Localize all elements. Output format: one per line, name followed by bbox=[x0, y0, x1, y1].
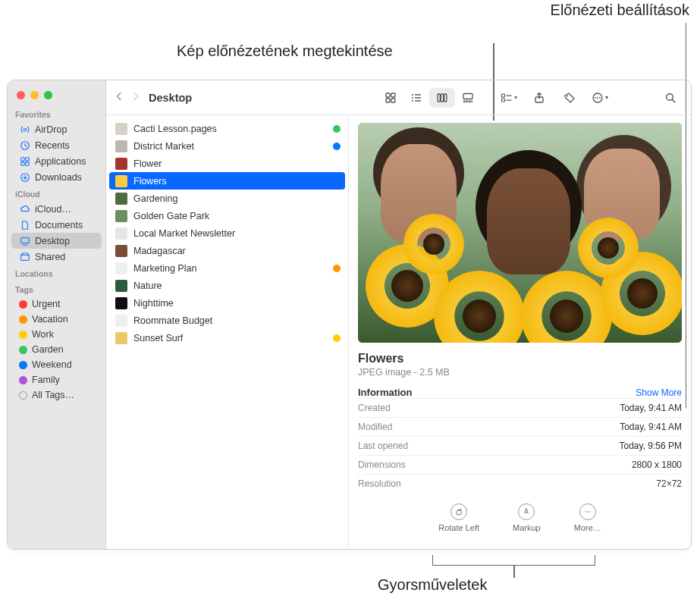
svg-rect-29 bbox=[507, 95, 512, 96]
preview-image[interactable] bbox=[358, 123, 682, 343]
sidebar-item-label: Work bbox=[32, 329, 54, 340]
file-row[interactable]: Flower bbox=[106, 155, 348, 172]
view-column-button[interactable] bbox=[429, 88, 455, 108]
quick-action-markup[interactable]: Markup bbox=[513, 503, 541, 532]
sidebar-item-label: AirDrop bbox=[35, 124, 67, 135]
close-window-button[interactable] bbox=[17, 91, 25, 99]
sidebar-item-label: Vacation bbox=[32, 314, 68, 325]
zoom-window-button[interactable] bbox=[44, 91, 52, 99]
search-button[interactable] bbox=[658, 88, 683, 108]
sidebar-item-urgent[interactable]: Urgent bbox=[11, 296, 102, 312]
file-tag-dot-icon bbox=[333, 143, 341, 150]
file-row[interactable]: Flowers bbox=[109, 172, 345, 190]
sidebar-item-desktop[interactable]: Desktop bbox=[11, 233, 102, 249]
sidebar-item-applications[interactable]: Applications bbox=[11, 153, 102, 169]
file-thumbnail-icon bbox=[115, 140, 127, 152]
share-button[interactable] bbox=[526, 88, 552, 108]
tag-dot-icon bbox=[19, 300, 27, 309]
sidebar-item-icloud-[interactable]: iCloud… bbox=[11, 201, 102, 217]
file-column[interactable]: Cacti Lesson.pagesDistrict MarketFlowerF… bbox=[106, 115, 349, 549]
chevron-down-icon: ▾ bbox=[514, 94, 517, 101]
group-by-button[interactable]: ▾ bbox=[496, 88, 522, 108]
sidebar-item-work[interactable]: Work bbox=[11, 327, 102, 342]
sidebar-item-label: Desktop bbox=[35, 236, 70, 246]
file-row[interactable]: District Market bbox=[106, 137, 348, 155]
file-row[interactable]: Local Market Newsletter bbox=[106, 224, 348, 242]
action-button[interactable]: ▾ bbox=[587, 88, 613, 108]
forward-button[interactable] bbox=[130, 91, 141, 105]
svg-rect-8 bbox=[20, 255, 29, 260]
file-row[interactable]: Gardening bbox=[106, 190, 348, 207]
view-list-button[interactable] bbox=[403, 88, 429, 108]
sidebar-item-weekend[interactable]: Weekend bbox=[11, 357, 102, 372]
sidebar-item-documents[interactable]: Documents bbox=[11, 217, 102, 233]
info-row: Resolution72×72 bbox=[358, 474, 682, 493]
tag-dot-icon bbox=[19, 391, 27, 400]
minimize-window-button[interactable] bbox=[30, 91, 39, 99]
sidebar-item-all-tags-[interactable]: All Tags… bbox=[11, 387, 102, 403]
info-row: ModifiedToday, 9:41 AM bbox=[358, 417, 682, 436]
preview-subtitle: JPEG image - 2.5 MB bbox=[358, 367, 682, 378]
quick-action-label: Rotate Left bbox=[438, 523, 479, 532]
file-name: Nighttime bbox=[133, 298, 174, 309]
file-tag-dot-icon bbox=[333, 265, 341, 272]
tag-dot-icon bbox=[19, 315, 27, 324]
sidebar-item-recents[interactable]: Recents bbox=[11, 137, 102, 153]
file-name: Cacti Lesson.pages bbox=[133, 124, 217, 134]
svg-rect-18 bbox=[415, 100, 421, 101]
callout-quick-actions: Gyorsműveletek bbox=[378, 576, 488, 594]
sidebar-item-family[interactable]: Family bbox=[11, 372, 102, 387]
quick-action-rotate[interactable]: Rotate Left bbox=[438, 503, 479, 532]
file-row[interactable]: Nature bbox=[106, 277, 348, 294]
file-thumbnail-icon bbox=[115, 193, 127, 205]
file-row[interactable]: Cacti Lesson.pages bbox=[106, 120, 348, 137]
file-thumbnail-icon bbox=[115, 245, 127, 257]
content-row: Cacti Lesson.pagesDistrict MarketFlowerF… bbox=[106, 115, 691, 549]
info-value: Today, 9:41 AM bbox=[620, 403, 682, 413]
file-thumbnail-icon bbox=[115, 262, 127, 274]
svg-rect-24 bbox=[466, 100, 469, 102]
view-gallery-button[interactable] bbox=[455, 88, 481, 108]
download-icon bbox=[19, 171, 30, 183]
svg-rect-22 bbox=[463, 93, 472, 99]
file-name: Gardening bbox=[133, 193, 177, 204]
svg-rect-28 bbox=[502, 99, 505, 102]
sidebar-item-shared[interactable]: Shared bbox=[11, 249, 102, 265]
svg-point-40 bbox=[587, 511, 589, 513]
svg-rect-2 bbox=[20, 157, 24, 160]
file-name: Nature bbox=[133, 281, 162, 291]
file-row[interactable]: Marketing Plan bbox=[106, 259, 348, 277]
tags-button[interactable] bbox=[557, 88, 582, 108]
file-name: Madagascar bbox=[133, 246, 186, 256]
file-row[interactable]: Golden Gate Park bbox=[106, 207, 348, 224]
view-mode-segment bbox=[378, 88, 481, 108]
svg-rect-30 bbox=[507, 99, 512, 100]
tag-dot-icon bbox=[19, 346, 27, 354]
show-more-button[interactable]: Show More bbox=[636, 387, 682, 398]
quick-action-more[interactable]: More… bbox=[574, 503, 601, 532]
back-button[interactable] bbox=[114, 91, 124, 105]
quick-action-label: Markup bbox=[513, 523, 541, 532]
sidebar-item-label: Documents bbox=[35, 220, 83, 231]
file-row[interactable]: Roommate Budget bbox=[106, 312, 348, 329]
sidebar-item-label: iCloud… bbox=[35, 204, 71, 215]
view-icon-button[interactable] bbox=[378, 88, 403, 108]
file-name: Roommate Budget bbox=[133, 315, 212, 326]
file-name: Flower bbox=[133, 158, 162, 169]
sidebar-item-downloads[interactable]: Downloads bbox=[11, 169, 102, 185]
svg-rect-26 bbox=[472, 100, 473, 102]
svg-point-17 bbox=[412, 100, 413, 102]
sidebar-item-garden[interactable]: Garden bbox=[11, 342, 102, 357]
sidebar-item-airdrop[interactable]: AirDrop bbox=[11, 121, 102, 137]
sidebar-item-vacation[interactable]: Vacation bbox=[11, 312, 102, 327]
preview-filename: Flowers bbox=[358, 352, 682, 365]
sidebar-item-label: Urgent bbox=[32, 299, 61, 309]
svg-rect-4 bbox=[20, 162, 24, 165]
info-value: 72×72 bbox=[656, 478, 682, 489]
file-row[interactable]: Sunset Surf bbox=[106, 329, 348, 347]
file-row[interactable]: Nighttime bbox=[106, 294, 348, 312]
rotate-icon bbox=[450, 503, 467, 520]
file-row[interactable]: Madagascar bbox=[106, 242, 348, 259]
info-row: Dimensions2800 x 1800 bbox=[358, 455, 682, 474]
info-key: Last opened bbox=[358, 441, 408, 451]
